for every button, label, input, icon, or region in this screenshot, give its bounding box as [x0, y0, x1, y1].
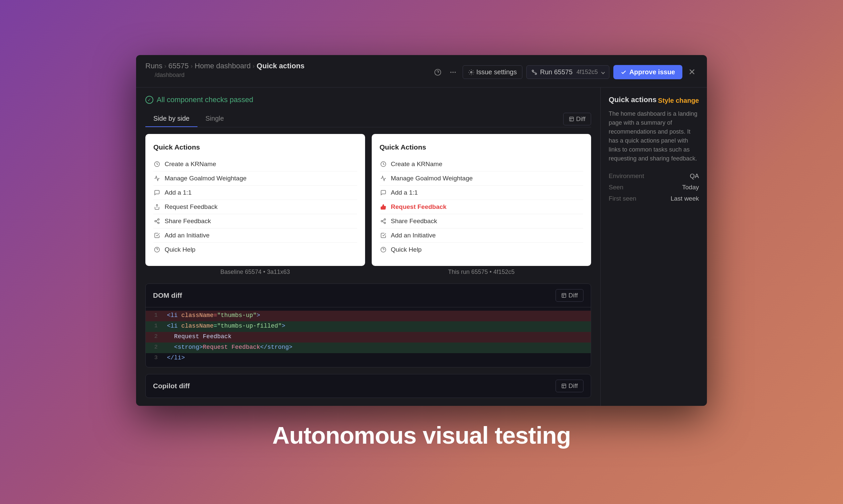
- svg-point-20: [381, 220, 383, 222]
- breadcrumb-sep2: ›: [191, 63, 193, 70]
- tagline: Autonomous visual testing: [272, 422, 570, 449]
- close-button[interactable]: ✕: [686, 65, 698, 79]
- baseline-item-3: Add a 1:1: [153, 186, 357, 200]
- right-sidebar: Quick actions Style change The home dash…: [601, 88, 707, 406]
- thisrun-panel: Quick Actions Create a KRName Manage Go: [372, 134, 591, 266]
- breadcrumb: Runs › 65575 › Home dashboard › Quick ac…: [145, 62, 305, 70]
- dom-diff-section: DOM diff Diff 1 <li className="thumbs-up…: [145, 284, 591, 367]
- sidebar-title-row: Quick actions Style change: [609, 95, 699, 105]
- code-line-2: 1 <li className="thumbs-up-filled">: [146, 321, 591, 332]
- help-button[interactable]: [432, 67, 443, 78]
- thisrun-panel-title: Quick Actions: [380, 143, 583, 151]
- modal-header: Runs › 65575 › Home dashboard › Quick ac…: [136, 55, 707, 88]
- approve-button[interactable]: Approve issue: [613, 65, 682, 79]
- krname-icon-baseline: [153, 161, 161, 168]
- first-seen-label: First seen: [609, 195, 636, 202]
- svg-point-11: [158, 219, 159, 220]
- modal-body: ✓ All component checks passed Side by si…: [136, 88, 707, 406]
- svg-line-15: [156, 220, 158, 221]
- code-line-1: 1 <li className="thumbs-up">: [146, 311, 591, 321]
- breadcrumb-sep1: ›: [164, 63, 166, 70]
- help-icon: [434, 69, 442, 76]
- baseline-item-5: Share Feedback: [153, 214, 357, 229]
- svg-rect-8: [569, 117, 573, 121]
- svg-point-3: [452, 72, 454, 73]
- sub-path: /dashboard: [145, 70, 305, 83]
- svg-line-14: [156, 221, 158, 222]
- copilot-diff-title: Copilot diff: [153, 382, 190, 390]
- svg-point-19: [384, 219, 386, 220]
- oneone-icon-thisrun: [380, 189, 387, 196]
- meta-first-seen: First seen Last week: [609, 195, 699, 202]
- svg-line-22: [382, 221, 384, 222]
- quick-help-icon-baseline: [153, 246, 161, 253]
- svg-rect-27: [562, 384, 566, 388]
- quick-help-icon-thisrun: [380, 246, 387, 253]
- krname-icon-thisrun: [380, 161, 387, 168]
- seen-value: Today: [682, 184, 699, 191]
- meta-seen: Seen Today: [609, 184, 699, 191]
- sidebar-title: Quick actions: [609, 95, 656, 104]
- code-line-5: 3 </li>: [146, 353, 591, 364]
- main-modal: Runs › 65575 › Home dashboard › Quick ac…: [136, 55, 707, 406]
- code-lines: 1 <li className="thumbs-up"> 1 <li class…: [146, 307, 591, 367]
- baseline-item-7: Quick Help: [153, 243, 357, 257]
- tab-side-by-side[interactable]: Side by side: [145, 111, 197, 127]
- settings-icon: [468, 69, 474, 75]
- svg-point-13: [158, 222, 159, 224]
- baseline-item-1: Create a KRName: [153, 157, 357, 172]
- environment-value: QA: [690, 173, 699, 180]
- svg-point-7: [532, 70, 534, 72]
- share-feedback-icon-thisrun: [380, 217, 387, 225]
- share-feedback-icon-baseline: [153, 217, 161, 225]
- baseline-item-6: Add an Initiative: [153, 229, 357, 243]
- breadcrumb-runs[interactable]: Runs: [145, 62, 162, 70]
- sidebar-description: The home dashboard is a landing page wit…: [609, 109, 699, 163]
- more-options-button[interactable]: [447, 67, 459, 78]
- style-change-badge: Style change: [658, 97, 699, 105]
- check-icon: [621, 69, 626, 75]
- code-line-3: 2 Request Feedback: [146, 332, 591, 343]
- thisrun-item-4-highlighted: Request Feedback: [380, 200, 583, 214]
- dom-diff-title: DOM diff: [153, 291, 182, 300]
- goalmod-icon-baseline: [153, 175, 161, 182]
- main-content: ✓ All component checks passed Side by si…: [136, 88, 601, 406]
- git-icon: [531, 69, 537, 75]
- svg-point-12: [155, 220, 156, 222]
- baseline-item-4: Request Feedback: [153, 200, 357, 214]
- breadcrumb-sep3: ›: [253, 63, 255, 70]
- diff-icon-dom: [561, 293, 567, 298]
- run-selector[interactable]: Run 65575 4f152c5: [527, 65, 609, 79]
- initiative-icon-thisrun: [380, 232, 387, 239]
- diff-icon-top: [569, 116, 574, 122]
- dom-diff-button[interactable]: Diff: [555, 289, 583, 302]
- tab-single[interactable]: Single: [197, 111, 232, 127]
- oneone-icon-baseline: [153, 189, 161, 196]
- seen-label: Seen: [609, 184, 623, 191]
- thisrun-label: This run 65575 • 4f152c5: [372, 269, 591, 275]
- thisrun-item-5: Share Feedback: [380, 214, 583, 229]
- baseline-column: Quick Actions Create a KRName Manage Go: [145, 134, 365, 275]
- issue-settings-button[interactable]: Issue settings: [463, 65, 522, 79]
- svg-rect-26: [562, 293, 566, 298]
- svg-point-6: [535, 73, 537, 75]
- tabs-container: Side by side Single: [145, 111, 232, 127]
- sidebar-meta: Environment QA Seen Today First seen Las…: [609, 173, 699, 202]
- thisrun-column: Quick Actions Create a KRName Manage Go: [372, 134, 591, 275]
- header-actions: Issue settings Run 65575 4f152c5 Approve…: [432, 65, 698, 79]
- copilot-diff-section: Copilot diff Diff: [145, 374, 591, 398]
- thumbs-up-icon-thisrun: [380, 203, 387, 211]
- breadcrumb-section[interactable]: Home dashboard: [195, 62, 251, 70]
- svg-point-4: [455, 72, 456, 73]
- dom-diff-header: DOM diff Diff: [146, 284, 591, 307]
- baseline-panel: Quick Actions Create a KRName Manage Go: [145, 134, 365, 266]
- breadcrumb-run-number[interactable]: 65575: [168, 62, 189, 70]
- run-selector-chevron: [601, 70, 605, 74]
- svg-line-23: [382, 220, 384, 221]
- breadcrumb-active: Quick actions: [257, 62, 304, 70]
- goalmod-icon-thisrun: [380, 175, 387, 182]
- copilot-diff-button[interactable]: Diff: [555, 380, 583, 392]
- thisrun-item-7: Quick Help: [380, 243, 583, 257]
- baseline-label: Baseline 65574 • 3a11x63: [145, 269, 365, 275]
- diff-button-top[interactable]: Diff: [563, 113, 591, 125]
